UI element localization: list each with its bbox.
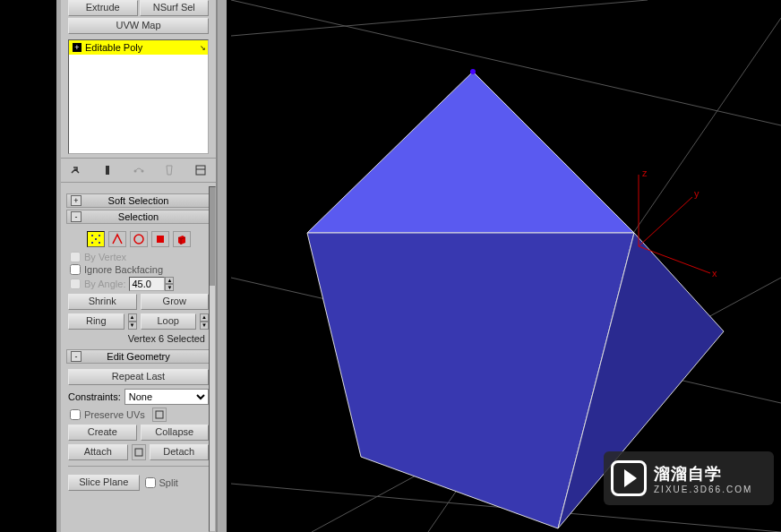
preserve-uvs-settings-button[interactable]: [152, 408, 167, 422]
detach-button[interactable]: Detach: [150, 444, 210, 460]
svg-point-5: [91, 235, 93, 236]
shrink-button[interactable]: Shrink: [68, 294, 137, 310]
by-vertex-checkbox: [70, 252, 81, 262]
loop-down-icon[interactable]: ▼: [200, 322, 209, 330]
edge-subobj-button[interactable]: [108, 231, 126, 247]
svg-line-26: [639, 197, 692, 246]
svg-point-2: [141, 170, 143, 173]
svg-text:x: x: [712, 268, 717, 279]
ignore-backfacing-label: Ignore Backfacing: [84, 264, 163, 275]
svg-point-23: [470, 69, 476, 74]
configure-sets-icon[interactable]: [193, 162, 209, 178]
svg-marker-20: [307, 72, 634, 233]
make-unique-icon[interactable]: [131, 162, 147, 178]
svg-point-6: [99, 235, 100, 236]
svg-line-15: [231, 0, 648, 36]
pin-stack-icon[interactable]: [68, 162, 84, 178]
rollout-soft-selection[interactable]: + Soft Selection: [66, 193, 210, 208]
svg-point-8: [99, 242, 100, 244]
watermark: 溜溜自学 ZIXUE.3D66.COM: [604, 451, 774, 505]
svg-rect-0: [106, 166, 109, 175]
by-angle-checkbox: [70, 279, 81, 289]
spinner-up-icon[interactable]: ▲: [165, 277, 174, 284]
split-label: Split: [159, 477, 178, 488]
by-angle-label: By Angle:: [84, 279, 125, 289]
modifier-item-editable-poly[interactable]: + Editable Poly: [69, 40, 208, 55]
svg-text:z: z: [642, 167, 648, 178]
selection-status: Vertex 6 Selected: [68, 331, 209, 346]
vertex-subobj-button[interactable]: [87, 231, 105, 247]
create-button[interactable]: Create: [68, 425, 137, 441]
nsurf-sel-button[interactable]: NSurf Sel: [140, 0, 210, 16]
minus-icon: -: [71, 211, 82, 222]
by-vertex-label: By Vertex: [84, 252, 126, 262]
preserve-uvs-checkbox[interactable]: [70, 409, 81, 420]
slice-plane-button[interactable]: Slice Plane: [68, 475, 140, 491]
svg-point-7: [91, 242, 93, 244]
ignore-backfacing-checkbox[interactable]: [70, 264, 81, 275]
svg-rect-11: [157, 236, 164, 243]
loop-button[interactable]: Loop: [141, 313, 197, 330]
modifier-label: Editable Poly: [85, 42, 142, 53]
spinner-down-icon[interactable]: ▼: [165, 284, 174, 291]
constraints-label: Constraints:: [68, 391, 121, 402]
svg-rect-13: [135, 449, 142, 456]
preserve-uvs-label: Preserve UVs: [84, 409, 145, 420]
split-checkbox[interactable]: [145, 477, 156, 488]
ring-up-icon[interactable]: ▲: [128, 313, 137, 322]
by-angle-input[interactable]: [129, 277, 165, 291]
show-end-result-icon[interactable]: [99, 162, 116, 178]
plus-icon: +: [71, 195, 82, 206]
svg-point-1: [133, 170, 136, 173]
collapse-button[interactable]: Collapse: [141, 425, 210, 441]
modifier-stack[interactable]: + Editable Poly ↘: [68, 39, 209, 154]
loop-up-icon[interactable]: ▲: [200, 313, 209, 322]
attach-list-button[interactable]: [132, 444, 146, 460]
svg-point-10: [134, 235, 143, 244]
play-icon: [611, 460, 647, 496]
remove-modifier-icon[interactable]: [161, 162, 177, 178]
uvw-map-button[interactable]: UVW Map: [68, 18, 209, 34]
watermark-url: ZIXUE.3D66.COM: [654, 485, 752, 494]
viewport-3d[interactable]: z y x 溜溜自学 ZIXUE.3D66.COM: [231, 0, 781, 532]
constraints-select[interactable]: None: [124, 389, 209, 405]
grow-button[interactable]: Grow: [141, 294, 210, 310]
scrollbar-thumb[interactable]: [210, 187, 215, 286]
svg-text:y: y: [694, 188, 699, 199]
by-angle-spinner[interactable]: ▲▼: [129, 277, 174, 291]
modifier-marker-icon: ↘: [200, 44, 206, 52]
panel-scrollbar[interactable]: [209, 186, 216, 532]
svg-point-9: [95, 238, 97, 240]
expand-icon[interactable]: +: [73, 43, 82, 52]
element-subobj-button[interactable]: [173, 231, 191, 247]
extrude-button[interactable]: Extrude: [68, 0, 138, 16]
svg-rect-12: [156, 411, 163, 418]
svg-rect-3: [196, 166, 205, 175]
watermark-title: 溜溜自学: [654, 463, 752, 485]
ring-down-icon[interactable]: ▼: [128, 322, 137, 330]
rollout-selection[interactable]: - Selection: [66, 210, 210, 224]
polygon-subobj-button[interactable]: [151, 231, 169, 247]
minus-icon: -: [71, 351, 82, 362]
border-subobj-button[interactable]: [130, 231, 148, 247]
ring-button[interactable]: Ring: [68, 313, 124, 330]
attach-button[interactable]: Attach: [68, 444, 128, 460]
repeat-last-button[interactable]: Repeat Last: [68, 369, 209, 385]
rollout-edit-geometry[interactable]: - Edit Geometry: [66, 349, 210, 364]
